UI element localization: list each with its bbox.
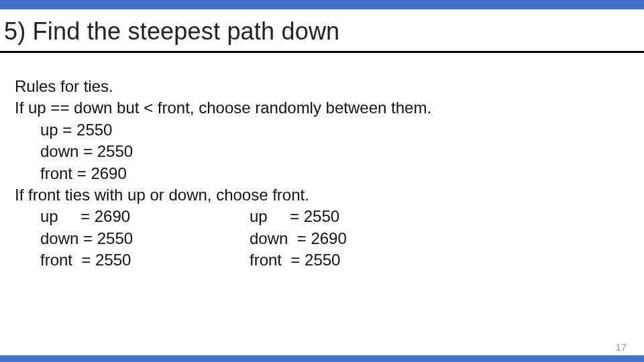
columns-row-up: up = 2690 up = 2550 bbox=[15, 206, 637, 227]
page-number: 17 bbox=[615, 341, 627, 353]
title-area: 5) Find the steepest path down bbox=[0, 9, 644, 53]
colA-down: down = 2550 bbox=[15, 228, 250, 249]
block1-down: down = 2550 bbox=[15, 141, 637, 162]
slide-title: 5) Find the steepest path down bbox=[4, 17, 637, 46]
rule1-text: If up == down but < front, choose random… bbox=[15, 97, 637, 119]
columns-row-front: front = 2550 front = 2550 bbox=[15, 249, 637, 271]
rule2-text: If front ties with up or down, choose fr… bbox=[15, 184, 637, 206]
colB-front: front = 2550 bbox=[250, 249, 340, 271]
block1-front: front = 2690 bbox=[15, 163, 637, 184]
colA-front: front = 2550 bbox=[15, 249, 250, 271]
top-accent-bar bbox=[0, 0, 644, 9]
rules-heading: Rules for ties. bbox=[15, 76, 637, 97]
colA-up: up = 2690 bbox=[15, 206, 250, 227]
colB-down: down = 2690 bbox=[250, 228, 347, 249]
slide-content: Rules for ties. If up == down but < fron… bbox=[0, 53, 644, 272]
block1-up: up = 2550 bbox=[15, 119, 637, 141]
colB-up: up = 2550 bbox=[250, 206, 339, 227]
columns-row-down: down = 2550 down = 2690 bbox=[15, 228, 637, 249]
bottom-accent-bar bbox=[0, 355, 644, 362]
